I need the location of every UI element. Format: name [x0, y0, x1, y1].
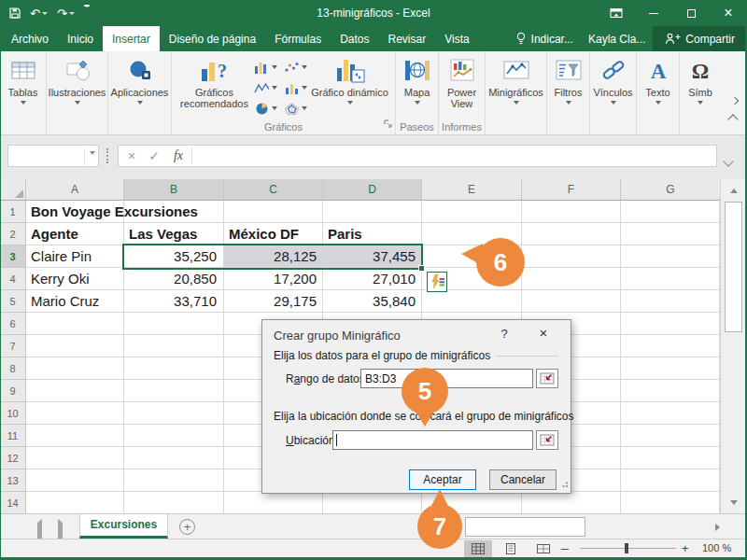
- select-all-corner[interactable]: [0, 179, 26, 201]
- column-header-a[interactable]: A: [26, 179, 124, 201]
- name-box-caret[interactable]: [90, 155, 95, 172]
- undo-button[interactable]: ↶: [26, 2, 51, 24]
- links-button[interactable]: Vínculos: [590, 54, 636, 134]
- cell-A1[interactable]: Bon Voyage Excursiones: [31, 201, 198, 223]
- insert-column-chart-button[interactable]: [251, 57, 281, 77]
- cell-B4[interactable]: 20,850: [124, 268, 220, 290]
- insert-radar-chart-button[interactable]: [281, 98, 311, 119]
- scroll-up-button[interactable]: [725, 181, 742, 200]
- scroll-down-button[interactable]: [725, 493, 742, 511]
- column-header-d[interactable]: D: [323, 179, 422, 201]
- tab-datos[interactable]: Datos: [331, 26, 378, 51]
- location-input[interactable]: [332, 430, 533, 450]
- dialog-help-button[interactable]: ?: [494, 327, 514, 343]
- cell-C2[interactable]: México DF: [229, 223, 299, 245]
- zoom-in-button[interactable]: +: [682, 539, 689, 557]
- row-header-6[interactable]: 6: [0, 313, 26, 335]
- row-header-13[interactable]: 13: [0, 469, 26, 492]
- insert-combo-chart-button[interactable]: [281, 77, 311, 98]
- row-header-9[interactable]: 9: [0, 380, 26, 402]
- data-range-picker-button[interactable]: [536, 369, 558, 388]
- share-button[interactable]: Compartir: [653, 26, 747, 51]
- ribbon-display-options-button[interactable]: [598, 0, 635, 26]
- illustrations-button[interactable]: Ilustraciones: [47, 54, 107, 134]
- cell-B2[interactable]: Las Vegas: [129, 223, 197, 245]
- maximize-button[interactable]: [672, 0, 710, 26]
- tab-archivo[interactable]: Archivo: [0, 26, 58, 51]
- account-name[interactable]: Kayla Cla...: [581, 26, 653, 51]
- confirm-entry-button[interactable]: ✓: [143, 146, 165, 166]
- cell-B5[interactable]: 33,710: [124, 290, 220, 313]
- tab-formulas[interactable]: Fórmulas: [265, 26, 331, 51]
- hscroll-right-button[interactable]: [710, 516, 725, 538]
- collapse-ribbon-button[interactable]: [729, 110, 737, 127]
- tab-diseno-de-pagina[interactable]: Diseño de página: [160, 26, 265, 51]
- redo-button[interactable]: ↷: [53, 2, 78, 24]
- new-sheet-button[interactable]: +: [179, 519, 195, 535]
- apps-button[interactable]: Aplicaciones: [108, 54, 171, 134]
- vertical-scrollbar[interactable]: [720, 179, 745, 513]
- column-header-g[interactable]: G: [621, 179, 720, 201]
- previous-sheet-button[interactable]: [37, 523, 42, 539]
- row-header-7[interactable]: 7: [0, 335, 26, 357]
- name-box[interactable]: [7, 145, 99, 167]
- formula-input[interactable]: [197, 146, 711, 166]
- tab-inicio[interactable]: Inicio: [58, 26, 103, 51]
- insert-function-button[interactable]: fx: [167, 146, 190, 166]
- cancel-entry-button[interactable]: ×: [120, 146, 143, 166]
- column-header-f[interactable]: F: [522, 179, 621, 201]
- tab-insertar[interactable]: Insertar: [103, 26, 160, 51]
- normal-view-button[interactable]: [464, 540, 492, 557]
- resize-grip[interactable]: [559, 478, 569, 491]
- close-button[interactable]: ×: [710, 0, 747, 26]
- save-button[interactable]: [6, 2, 24, 24]
- cell-D2[interactable]: Paris: [328, 223, 362, 245]
- vertical-scrollbar-thumb[interactable]: [725, 202, 742, 332]
- ribbon-scroll-right-button[interactable]: [732, 91, 738, 107]
- accept-button[interactable]: Aceptar: [409, 469, 476, 490]
- sparklines-button[interactable]: Minigráficos: [486, 54, 546, 134]
- insert-line-chart-button[interactable]: [251, 77, 281, 98]
- text-button[interactable]: A Texto: [637, 54, 679, 134]
- filters-button[interactable]: Filtros: [547, 54, 589, 134]
- charts-dialog-launcher[interactable]: [384, 115, 392, 132]
- cell-C4[interactable]: 17,200: [224, 268, 320, 290]
- dialog-close-button[interactable]: ×: [529, 325, 557, 343]
- row-header-12[interactable]: 12: [0, 447, 26, 469]
- row-header-14[interactable]: 14: [0, 492, 26, 514]
- quick-analysis-button[interactable]: [427, 272, 447, 292]
- tables-button[interactable]: Tablas: [0, 54, 46, 134]
- location-range-picker-button[interactable]: [536, 430, 558, 450]
- column-header-e[interactable]: E: [422, 179, 522, 201]
- column-header-c[interactable]: C: [224, 179, 323, 201]
- page-layout-view-button[interactable]: [497, 540, 525, 557]
- cell-D4[interactable]: 27,010: [323, 268, 419, 290]
- cell-A5[interactable]: Mario Cruz: [31, 290, 99, 313]
- symbols-button[interactable]: Ω Símb: [680, 54, 721, 134]
- zoom-slider-thumb[interactable]: [625, 543, 628, 553]
- zoom-out-button[interactable]: –: [561, 539, 569, 557]
- row-header-3[interactable]: 3: [0, 245, 26, 268]
- column-header-b[interactable]: B: [124, 179, 224, 201]
- cell-A4[interactable]: Kerry Oki: [31, 268, 90, 290]
- insert-pie-chart-button[interactable]: [251, 98, 281, 119]
- cell-D5[interactable]: 35,840: [323, 290, 419, 313]
- data-range-input[interactable]: [360, 369, 533, 388]
- insert-scatter-chart-button[interactable]: [281, 57, 311, 77]
- next-sheet-button[interactable]: [58, 523, 63, 539]
- row-header-10[interactable]: 10: [0, 402, 26, 425]
- cell-A2[interactable]: Agente: [31, 223, 78, 245]
- row-header-1[interactable]: 1: [0, 201, 26, 223]
- sheet-tab-excursiones[interactable]: Excursiones: [79, 514, 168, 539]
- cancel-button[interactable]: Cancelar: [489, 469, 557, 490]
- expand-formula-bar-button[interactable]: [725, 152, 732, 169]
- cell-C5[interactable]: 29,175: [224, 290, 320, 313]
- formula-bar-splitter[interactable]: [106, 148, 108, 163]
- zoom-level[interactable]: 100 %: [702, 539, 731, 557]
- page-break-preview-button[interactable]: [529, 540, 557, 557]
- row-header-4[interactable]: 4: [0, 268, 26, 290]
- cell-A3[interactable]: Claire Pin: [31, 245, 92, 268]
- customize-qat-button[interactable]: [80, 2, 93, 24]
- row-header-2[interactable]: 2: [0, 223, 26, 245]
- hscroll-left-button[interactable]: [449, 516, 464, 538]
